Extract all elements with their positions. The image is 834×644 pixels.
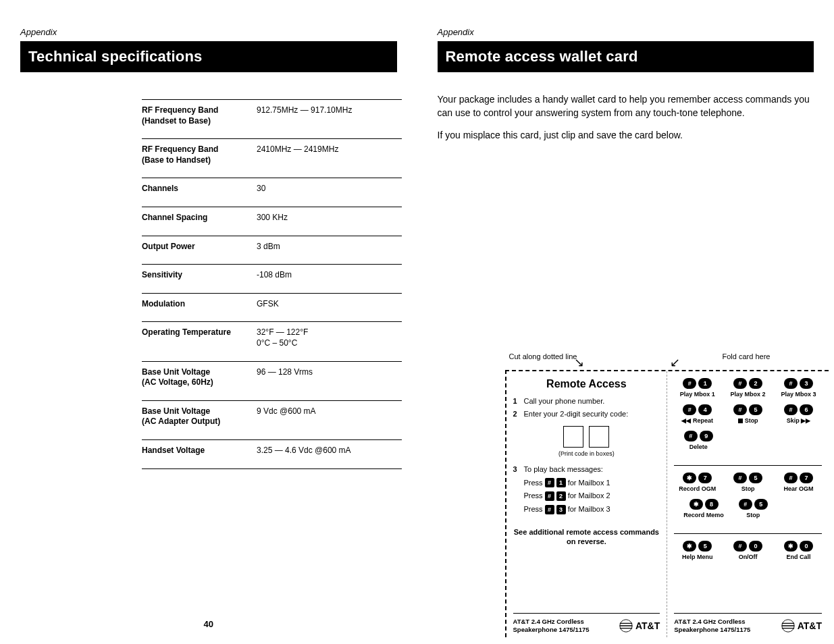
key-0-icon: 0: [800, 541, 813, 552]
spec-label: Output Power: [142, 242, 257, 252]
spec-value: 3 dBm: [257, 242, 402, 252]
cmd-play-mbox1: #1 Play Mbox 1: [674, 378, 721, 398]
technical-specs-heading: Technical specifications: [20, 41, 397, 72]
card-footer: AT&T 2.4 GHz Cordless Speakerphone 1475/…: [674, 613, 822, 633]
page-number: 40: [204, 619, 213, 629]
card-footer: AT&T 2.4 GHz Cordless Speakerphone 1475/…: [513, 613, 660, 633]
cmd-label: Skip ▶▶: [787, 417, 811, 424]
step-3: 3 To play back messages:: [513, 464, 660, 475]
key-star-icon: ✱: [689, 499, 703, 510]
key-star-icon: ✱: [683, 541, 696, 552]
intro-text: Your package includes a handy wallet car…: [438, 92, 814, 142]
key-star-icon: ✱: [683, 473, 696, 483]
card-left-panel: Remote Access 1 Call your phone number. …: [506, 371, 668, 637]
key-2-icon: 2: [749, 378, 762, 389]
spec-row: RF Frequency Band (Handset to Base) 912.…: [142, 99, 402, 138]
spec-row: Base Unit Voltage (AC Adapter Output) 9 …: [142, 400, 402, 439]
key-star-icon: ✱: [784, 541, 798, 552]
cmd-hear-ogm: #7 Hear OGM: [775, 473, 822, 492]
key-hash-icon: #: [683, 404, 696, 415]
cmd-row: #1 Play Mbox 1 #2 Play Mbox 2 #3 Play Mb…: [674, 378, 822, 398]
spec-label: RF Frequency Band (Base to Handset): [142, 144, 257, 165]
appendix-label: Appendix: [20, 27, 397, 37]
intro-paragraph-2: If you misplace this card, just clip and…: [438, 128, 814, 142]
cmd-stop: #5 Stop: [725, 404, 771, 424]
step-text: Enter your 2-digit security code:: [524, 408, 629, 420]
spec-label: Channels: [142, 184, 257, 194]
step-number: 2: [513, 408, 524, 420]
reverse-note: See additional remote access commands on…: [513, 527, 660, 547]
cmd-label: Delete: [689, 444, 708, 450]
spec-row: Channels 30: [142, 178, 402, 207]
key-3-icon: 3: [800, 378, 813, 389]
left-page: Appendix Technical specifications RF Fre…: [0, 0, 417, 644]
cut-label: Cut along dotted line: [509, 352, 577, 360]
key-hash-icon: #: [545, 478, 554, 487]
cmd-label: Help Menu: [682, 554, 713, 560]
key-hash-icon: #: [739, 499, 752, 510]
key-5-icon: 5: [754, 499, 768, 510]
spec-table: RF Frequency Band (Handset to Base) 912.…: [142, 99, 402, 469]
step-text: To play back messages:: [524, 464, 603, 475]
cmd-label: Play Mbox 1: [680, 391, 715, 398]
spec-label: Base Unit Voltage (AC Adapter Output): [142, 406, 257, 427]
spec-value: 32°F — 122°F 0°C – 50°C: [257, 327, 402, 348]
cmd-on-off: #0 On/Off: [725, 541, 771, 560]
spec-row: Sensitivity -108 dBm: [142, 264, 402, 293]
spec-value: 9 Vdc @600 mA: [257, 406, 402, 427]
key-0-icon: 0: [749, 541, 762, 552]
step-2: 2 Enter your 2-digit security code:: [513, 408, 660, 420]
stop-icon: [738, 419, 743, 423]
key-hash-icon: #: [683, 378, 696, 389]
cmd-label: Stop: [741, 485, 755, 492]
cmd-row: #9 Delete: [674, 431, 822, 450]
spec-row: Channel Spacing 300 KHz: [142, 207, 402, 236]
spec-value: 912.75MHz — 917.10MHz: [257, 105, 402, 126]
divider: [674, 465, 822, 466]
cmd-label: Stop: [746, 512, 760, 518]
wallet-card-heading: Remote access wallet card: [438, 41, 814, 72]
step-1: 1 Call your phone number.: [513, 396, 660, 407]
cmd-help-menu: ✱5 Help Menu: [674, 541, 721, 560]
code-box: [589, 426, 609, 448]
cmd-row: #4 ◀◀ Repeat #5 Stop #6 Skip ▶▶: [674, 404, 822, 424]
step-text: Call your phone number.: [524, 396, 605, 407]
right-page: Appendix Remote access wallet card Your …: [417, 0, 835, 644]
cmd-end-call: ✱0 End Call: [775, 541, 822, 560]
key-5-icon: 5: [749, 473, 762, 483]
wallet-card: Remote Access 1 Call your phone number. …: [505, 370, 829, 637]
spec-label: Handset Voltage: [142, 446, 257, 456]
key-hash-icon: #: [784, 473, 798, 483]
spec-label: Modulation: [142, 299, 257, 310]
cmd-record-ogm: ✱7 Record OGM: [674, 473, 721, 492]
spec-label: Sensitivity: [142, 270, 257, 281]
spec-value: 30: [257, 184, 402, 194]
cmd-label: ◀◀ Repeat: [681, 417, 713, 424]
spec-value: 96 — 128 Vrms: [257, 367, 402, 388]
print-code-hint: (Print code in boxes): [513, 450, 660, 457]
key-6-icon: 6: [800, 404, 813, 415]
cmd-play-mbox3: #3 Play Mbox 3: [775, 378, 822, 398]
code-box: [563, 426, 583, 448]
spec-label: Base Unit Voltage (AC Voltage, 60Hz): [142, 367, 257, 388]
att-brand-text: AT&T: [798, 620, 822, 631]
spec-row: Output Power 3 dBm: [142, 236, 402, 265]
spec-row: RF Frequency Band (Base to Handset) 2410…: [142, 138, 402, 178]
cmd-label: End Call: [787, 554, 811, 560]
key-hash-icon: #: [733, 473, 747, 483]
cmd-repeat: #4 ◀◀ Repeat: [674, 404, 721, 424]
cmd-play-mbox2: #2 Play Mbox 2: [725, 378, 771, 398]
cmd-label: Play Mbox 3: [781, 391, 816, 398]
cmd-stop-memo: #5 Stop: [733, 499, 773, 518]
key-hash-icon: #: [733, 378, 747, 389]
cmd-row: ✱8 Record Memo #5 Stop: [674, 499, 822, 518]
press-mailbox-3: Press # 3 for Mailbox 3: [524, 503, 660, 516]
spec-value: -108 dBm: [257, 270, 402, 281]
spec-label: Channel Spacing: [142, 213, 257, 223]
key-hash-icon: #: [733, 541, 747, 552]
cmd-stop-ogm: #5 Stop: [725, 473, 771, 492]
divider: [674, 533, 822, 534]
code-boxes: [513, 426, 660, 448]
cmd-delete: #9 Delete: [674, 431, 723, 450]
key-8-icon: 8: [705, 499, 719, 510]
